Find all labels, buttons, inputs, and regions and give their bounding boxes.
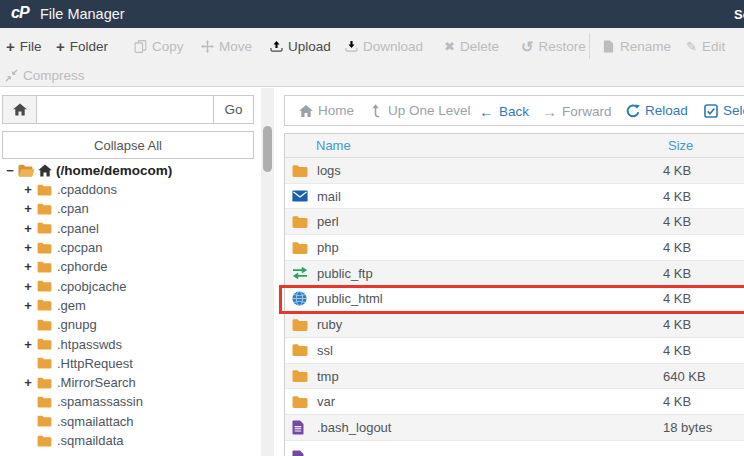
download-button[interactable]: Download bbox=[344, 37, 423, 55]
column-header-size[interactable]: Size bbox=[668, 138, 693, 153]
file-size: 4 KB bbox=[663, 189, 691, 204]
folder-icon bbox=[292, 240, 309, 255]
tree-item-label: .sqmailattach bbox=[57, 414, 134, 429]
file-name: var bbox=[317, 394, 335, 409]
tree-root-home[interactable]: (/home/democom) bbox=[0, 160, 258, 180]
tree-item-label: .cpcpan bbox=[57, 240, 103, 255]
tree-item[interactable]: .spamassassin bbox=[0, 392, 258, 411]
envelope-icon bbox=[292, 189, 309, 204]
tree-scrollbar[interactable] bbox=[261, 88, 274, 456]
expand-toggle-icon[interactable] bbox=[22, 221, 34, 236]
tree-item[interactable]: .cpaddons bbox=[0, 180, 258, 199]
table-row[interactable]: tmp 640 KB bbox=[285, 364, 744, 390]
table-row[interactable]: php 4 KB bbox=[285, 235, 744, 261]
expand-toggle-icon[interactable] bbox=[22, 298, 34, 313]
table-row[interactable]: ssl 4 KB bbox=[285, 338, 744, 364]
nav-label: Up One Level bbox=[388, 103, 471, 118]
tree-item[interactable]: .cpan bbox=[0, 199, 258, 218]
column-header-name[interactable]: Name bbox=[316, 138, 351, 153]
new-folder-button[interactable]: Folder bbox=[56, 37, 108, 55]
collapse-all-button[interactable]: Collapse All bbox=[2, 131, 254, 159]
move-button[interactable]: Move bbox=[200, 37, 252, 55]
nav-home-button[interactable]: Home bbox=[299, 103, 354, 118]
tree-item[interactable]: .cphorde bbox=[0, 257, 258, 276]
globe-icon bbox=[292, 291, 309, 306]
folder-icon bbox=[292, 343, 309, 358]
tree-item[interactable]: .cpcpan bbox=[0, 238, 258, 257]
reload-icon bbox=[626, 104, 640, 118]
file-name: tmp bbox=[317, 369, 339, 384]
tree-item[interactable]: .HttpRequest bbox=[0, 354, 258, 373]
tree-item-label: .cpobjcache bbox=[57, 279, 126, 294]
expand-toggle-icon[interactable] bbox=[22, 182, 34, 197]
rename-button[interactable]: Rename bbox=[601, 37, 671, 55]
delete-button[interactable]: Delete bbox=[444, 37, 499, 55]
tree-root-label: (/home/democom) bbox=[56, 163, 172, 178]
file-size: 4 KB bbox=[663, 394, 691, 409]
compress-button[interactable]: Compress bbox=[4, 66, 85, 84]
tree-item[interactable]: .sqmailattach bbox=[0, 412, 258, 431]
tree-item[interactable]: .gem bbox=[0, 296, 258, 315]
expand-toggle-icon[interactable] bbox=[22, 240, 34, 255]
table-row[interactable]: .bash_logout 18 bytes bbox=[285, 415, 744, 441]
plus-icon bbox=[56, 39, 65, 54]
table-row[interactable]: ruby 4 KB bbox=[285, 312, 744, 338]
collapse-toggle-icon[interactable] bbox=[4, 163, 16, 178]
table-row-partial[interactable] bbox=[285, 441, 744, 456]
upload-icon bbox=[269, 39, 283, 53]
path-bar: Go bbox=[2, 95, 254, 124]
transfer-arrows-icon bbox=[292, 266, 309, 281]
home-path-button[interactable] bbox=[3, 96, 37, 123]
table-row[interactable]: mail 4 KB bbox=[285, 184, 744, 210]
table-row[interactable]: logs 4 KB bbox=[285, 158, 744, 184]
tree-item[interactable]: .cpobjcache bbox=[0, 276, 258, 295]
nav-back-button[interactable]: Back bbox=[479, 103, 529, 120]
tree-item[interactable]: .sqmaildata bbox=[0, 431, 258, 450]
tree-item[interactable]: .MirrorSearch bbox=[0, 373, 258, 392]
rename-page-icon bbox=[601, 39, 615, 53]
folder-icon bbox=[37, 299, 52, 311]
file-size: 640 KB bbox=[663, 369, 706, 384]
table-row-public-html[interactable]: public_html 4 KB bbox=[285, 286, 744, 312]
back-arrow-icon bbox=[479, 103, 494, 120]
tree-item[interactable]: .cpanel bbox=[0, 219, 258, 238]
table-row[interactable]: var 4 KB bbox=[285, 389, 744, 415]
restore-button[interactable]: Restore bbox=[521, 37, 586, 55]
go-button[interactable]: Go bbox=[213, 96, 253, 123]
cpanel-logo: cP bbox=[11, 4, 29, 22]
expand-toggle-icon[interactable] bbox=[22, 337, 34, 352]
copy-button[interactable]: Copy bbox=[133, 37, 184, 55]
file-size: 4 KB bbox=[663, 343, 691, 358]
file-manager-window: cP File Manager Settings File Folder Cop… bbox=[0, 0, 744, 456]
tree-item-label: .spamassassin bbox=[57, 394, 143, 409]
tree-item[interactable]: .gnupg bbox=[0, 315, 258, 334]
expand-toggle-icon[interactable] bbox=[22, 201, 34, 216]
expand-toggle-icon[interactable] bbox=[22, 375, 34, 390]
file-table: Name Size logs 4 KB mail 4 KB perl 4 KB … bbox=[284, 133, 744, 456]
path-input[interactable] bbox=[37, 96, 213, 123]
nav-up-one-level-button[interactable]: Up One Level bbox=[369, 103, 471, 118]
table-row[interactable]: perl 4 KB bbox=[285, 209, 744, 235]
expand-toggle-icon[interactable] bbox=[22, 259, 34, 274]
tree-item-label: .MirrorSearch bbox=[57, 375, 136, 390]
upload-button[interactable]: Upload bbox=[269, 37, 331, 55]
toolbar-label: Delete bbox=[460, 39, 499, 54]
nav-label: Back bbox=[499, 104, 529, 119]
nav-select-all-button[interactable]: Select All bbox=[704, 103, 744, 118]
expand-toggle-icon[interactable] bbox=[22, 279, 34, 294]
header-settings-link[interactable]: Settings bbox=[734, 7, 744, 22]
edit-button[interactable]: Edit bbox=[686, 37, 725, 55]
file-name: perl bbox=[317, 214, 339, 229]
folder-icon bbox=[37, 415, 52, 427]
scrollbar-thumb[interactable] bbox=[263, 126, 272, 172]
tree-item-label: .gnupg bbox=[57, 317, 97, 332]
tree-item[interactable]: .htpasswds bbox=[0, 334, 258, 353]
nav-reload-button[interactable]: Reload bbox=[626, 103, 688, 118]
table-row[interactable]: public_ftp 4 KB bbox=[285, 261, 744, 287]
nav-forward-button[interactable]: Forward bbox=[542, 103, 612, 120]
toolbar-label: Compress bbox=[23, 68, 85, 83]
toolbar-divider bbox=[589, 33, 590, 59]
table-header: Name Size bbox=[285, 134, 744, 158]
new-file-button[interactable]: File bbox=[6, 37, 42, 55]
open-folder-icon bbox=[18, 164, 35, 177]
